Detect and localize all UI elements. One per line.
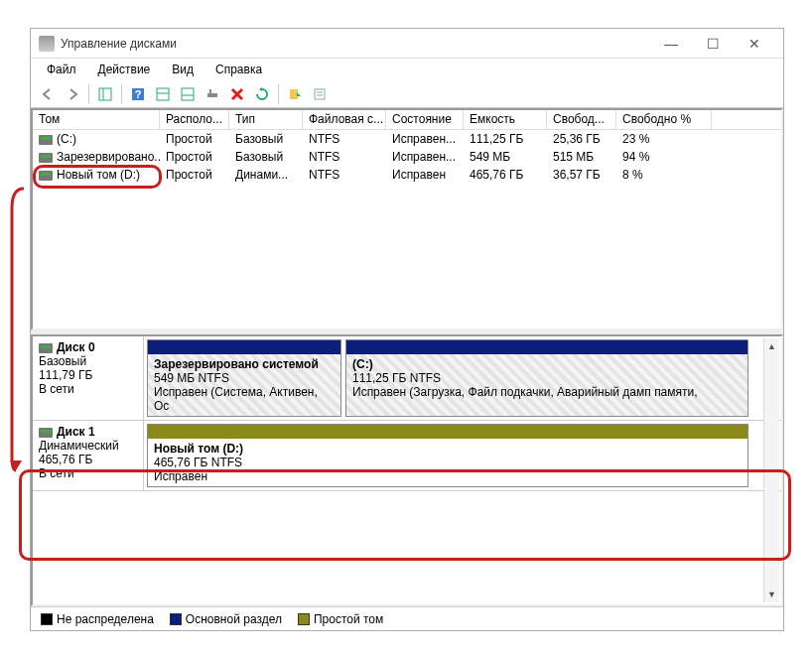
svg-rect-9 xyxy=(209,89,211,93)
action-icon[interactable] xyxy=(284,83,306,105)
refresh-icon[interactable] xyxy=(251,83,273,105)
svg-rect-4 xyxy=(157,88,169,100)
svg-rect-8 xyxy=(207,93,217,97)
help-icon[interactable]: ? xyxy=(127,83,149,105)
menu-view[interactable]: Вид xyxy=(162,61,203,78)
disk-icon xyxy=(39,428,53,438)
scroll-down-icon[interactable]: ▼ xyxy=(764,587,779,602)
vol-name: Новый том (D:) xyxy=(57,168,140,182)
volume-row[interactable]: Новый том (D:) Простой Динами... NTFS Ис… xyxy=(33,166,781,184)
legend-simple: Простой том xyxy=(298,612,383,626)
scrollbar[interactable]: ▲ ▼ xyxy=(763,338,779,602)
disk-icon xyxy=(39,343,53,353)
col-freepct[interactable]: Свободно % xyxy=(616,110,712,129)
close-button[interactable]: ✕ xyxy=(734,30,775,58)
legend-unallocated: Не распределена xyxy=(41,612,154,626)
volume-icon xyxy=(39,135,53,145)
toolbar: ? xyxy=(31,80,783,108)
menu-help[interactable]: Справка xyxy=(205,61,272,78)
col-type[interactable]: Тип xyxy=(229,110,303,129)
col-layout[interactable]: Располо... xyxy=(160,110,229,129)
svg-rect-11 xyxy=(315,89,325,99)
disk-management-window: Управление дисками — ☐ ✕ Файл Действие В… xyxy=(30,28,784,631)
volume-list-body[interactable]: (C:) Простой Базовый NTFS Исправен... 11… xyxy=(33,130,781,328)
delete-icon[interactable] xyxy=(226,83,248,105)
col-capacity[interactable]: Емкость xyxy=(464,110,547,129)
disk-info: Диск 1 Динамический 465,76 ГБ В сети xyxy=(33,421,144,490)
volume-list-header: Том Располо... Тип Файловая с... Состоян… xyxy=(33,110,781,130)
volume-row[interactable]: (C:) Простой Базовый NTFS Исправен... 11… xyxy=(33,130,781,148)
menubar: Файл Действие Вид Справка xyxy=(31,59,783,80)
back-button[interactable] xyxy=(37,83,59,105)
view-top-button[interactable] xyxy=(152,83,174,105)
titlebar: Управление дисками — ☐ ✕ xyxy=(31,29,783,59)
col-free[interactable]: Свобод... xyxy=(547,110,616,129)
volume-icon xyxy=(39,153,53,163)
legend: Не распределена Основной раздел Простой … xyxy=(31,606,783,630)
partition[interactable]: (C:) 111,25 ГБ NTFS Исправен (Загрузка, … xyxy=(345,339,748,417)
vol-name: (C:) xyxy=(57,132,76,146)
col-fs[interactable]: Файловая с... xyxy=(303,110,386,129)
maximize-button[interactable]: ☐ xyxy=(692,30,734,58)
window-title: Управление дисками xyxy=(61,37,650,51)
legend-primary: Основной раздел xyxy=(170,612,282,626)
view-bottom-button[interactable] xyxy=(177,83,199,105)
vol-name: Зарезервировано... xyxy=(57,150,160,164)
volume-list: Том Располо... Тип Файловая с... Состоян… xyxy=(31,108,783,330)
svg-rect-6 xyxy=(182,88,194,100)
settings-icon[interactable] xyxy=(202,83,223,105)
disk-row[interactable]: Диск 0 Базовый 111,79 ГБ В сети Зарезерв… xyxy=(33,336,781,421)
partitions: Зарезервировано системой 549 МБ NTFS Исп… xyxy=(144,336,781,420)
app-icon xyxy=(39,36,55,52)
forward-button[interactable] xyxy=(62,83,83,105)
properties-icon[interactable] xyxy=(309,83,331,105)
menu-action[interactable]: Действие xyxy=(88,61,161,78)
svg-rect-0 xyxy=(99,88,111,100)
scroll-up-icon[interactable]: ▲ xyxy=(764,338,779,354)
col-status[interactable]: Состояние xyxy=(386,110,464,129)
partition-header-bar xyxy=(148,425,747,439)
volume-icon xyxy=(39,171,53,181)
partitions: Новый том (D:) 465,76 ГБ NTFS Исправен xyxy=(144,421,781,490)
partition-header-bar xyxy=(346,340,747,354)
show-hide-tree-button[interactable] xyxy=(94,83,116,105)
svg-text:?: ? xyxy=(135,88,142,100)
minimize-button[interactable]: — xyxy=(650,30,692,58)
col-volume[interactable]: Том xyxy=(33,110,160,129)
partition-header-bar xyxy=(148,340,340,354)
svg-rect-10 xyxy=(290,89,298,99)
disk-row[interactable]: Диск 1 Динамический 465,76 ГБ В сети Нов… xyxy=(33,421,781,491)
partition[interactable]: Зарезервировано системой 549 МБ NTFS Исп… xyxy=(147,339,341,417)
menu-file[interactable]: Файл xyxy=(37,61,86,78)
partition[interactable]: Новый том (D:) 465,76 ГБ NTFS Исправен xyxy=(147,424,748,487)
disk-graphical-view: Диск 0 Базовый 111,79 ГБ В сети Зарезерв… xyxy=(31,334,783,606)
volume-row[interactable]: Зарезервировано... Простой Базовый NTFS … xyxy=(33,148,781,166)
disk-info: Диск 0 Базовый 111,79 ГБ В сети xyxy=(33,336,144,420)
